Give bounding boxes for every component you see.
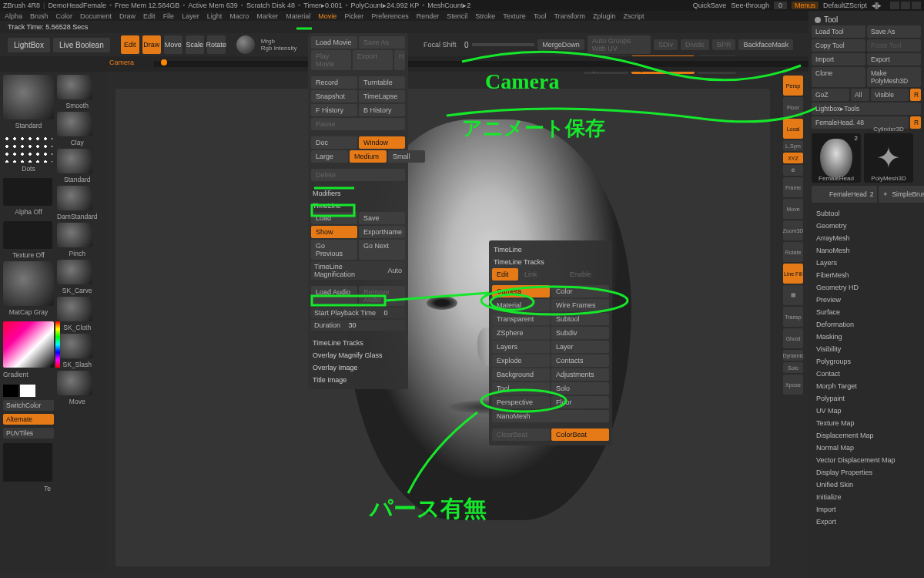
tool-section-preview[interactable]: Preview (812, 294, 921, 306)
track-tool-button[interactable]: Tool (492, 382, 550, 395)
draw-button[interactable]: Draw (142, 35, 161, 54)
menu-brush[interactable]: Brush (30, 12, 49, 20)
clearbeat-button[interactable]: ClearBeat (492, 428, 550, 441)
hue-slider[interactable] (55, 321, 60, 368)
mrgb-label[interactable]: Mrgb (261, 38, 297, 45)
liveboolean-button[interactable]: Live Boolean (53, 38, 110, 52)
menu-transform[interactable]: Transform (554, 12, 585, 20)
tracks-link-button[interactable]: Link (520, 268, 564, 281)
scale-button[interactable]: Scale (186, 35, 204, 54)
backfacemask-button[interactable]: BackfaceMask (738, 39, 793, 50)
modifiers-header[interactable]: Modifiers (311, 187, 405, 200)
alternate-button[interactable]: Alternate (3, 414, 54, 425)
overlaymag-header[interactable]: Overlay Magnify Glass (311, 349, 405, 361)
defaultzscript-button[interactable]: DefaultZScript (823, 2, 867, 9)
autogroups-button[interactable]: Auto Groups With UV (588, 35, 651, 54)
tool-section-unified-skin[interactable]: Unified Skin (812, 479, 921, 491)
tool-section-nanomesh[interactable]: NanoMesh (812, 244, 921, 257)
loadmovie-button[interactable]: Load Movie (311, 36, 357, 49)
snapshot-button[interactable]: Snapshot (311, 90, 357, 102)
tracks-enable-button[interactable]: Enable (565, 268, 609, 281)
menu-alpha[interactable]: Alpha (5, 12, 22, 20)
timeline-header[interactable]: TimeLine (311, 200, 405, 212)
pastetool-button[interactable]: Paste Tool (867, 39, 921, 52)
color-picker[interactable] (3, 321, 54, 368)
menu-draw[interactable]: Draw (119, 12, 136, 20)
floor-button[interactable]: Floor (783, 97, 803, 117)
tool-section-display-properties[interactable]: Display Properties (812, 466, 921, 479)
tool-section-surface[interactable]: Surface (812, 306, 921, 318)
large-button[interactable]: Large (311, 150, 348, 163)
loadtool-button[interactable]: Load Tool (812, 25, 865, 38)
tracks-edit-button[interactable]: Edit (492, 268, 518, 281)
texture-slot[interactable] (3, 443, 52, 482)
tool-thumb-simplebrush[interactable]: ✦SimpleBrush (879, 186, 924, 203)
record-button[interactable]: Record (311, 76, 357, 89)
tool-section-geometry[interactable]: Geometry (812, 220, 921, 232)
tool-section-uv-map[interactable]: UV Map (812, 405, 921, 417)
clone-button[interactable]: Clone (812, 67, 865, 87)
tool-section-import[interactable]: Import (812, 503, 921, 516)
lightbox-button[interactable]: LightBox (8, 38, 50, 52)
load-timeline-button[interactable]: Load (311, 212, 357, 224)
matcap-thumb[interactable] (3, 261, 54, 306)
tool-thumb-polymesh[interactable]: ✦PolyMesh3D Cylinder3D (864, 133, 913, 183)
menu-edit[interactable]: Edit (143, 12, 156, 20)
material-sphere[interactable] (236, 35, 255, 54)
tool-section-masking[interactable]: Masking (812, 331, 921, 343)
medium-button[interactable]: Medium (350, 150, 387, 163)
tool-section-polygroups[interactable]: Polygroups (812, 355, 921, 368)
brush-clay-thumb[interactable] (57, 112, 92, 136)
track-color-button[interactable]: Color (551, 285, 609, 297)
tool-section-subtool[interactable]: Subtool (812, 207, 921, 220)
tool-import-button[interactable]: Import (812, 53, 865, 66)
export-movie-button[interactable]: Export (353, 50, 393, 70)
overlayimg-header[interactable]: Overlay Image (311, 361, 405, 374)
puvtiles-button[interactable]: PUVTiles (3, 428, 54, 439)
ghost-button[interactable]: Ghost (783, 328, 803, 348)
close-icon[interactable] (912, 2, 921, 9)
track-transparent-button[interactable]: Transparent (492, 313, 550, 325)
lightbox-tools-button[interactable]: Lightbox▸Tools (812, 102, 921, 115)
rotate-button[interactable]: Rotate (207, 35, 226, 54)
brush-skcarve-thumb[interactable] (57, 260, 92, 284)
tool-section-displacement-map[interactable]: Displacement Map (812, 429, 921, 442)
track-explode-button[interactable]: Explode (492, 355, 550, 367)
menu-layer[interactable]: Layer (182, 12, 199, 20)
seethrough-label[interactable]: See-through (731, 2, 769, 9)
edit-button[interactable]: Edit (121, 35, 139, 54)
tool-thumb-femalehead[interactable]: 2 FemaleHead (812, 133, 861, 183)
sdiv-label[interactable]: SDiv (654, 39, 678, 50)
goprev-button[interactable]: Go Previous (311, 240, 357, 260)
swatch-white[interactable] (20, 385, 35, 397)
timelinetracks-header[interactable]: TimeLine Tracks (311, 337, 405, 349)
loadaudio-button[interactable]: Load Audio (311, 286, 357, 306)
titleimg-header[interactable]: Title Image (311, 374, 405, 386)
brush-move-thumb[interactable] (57, 371, 92, 395)
track-subtool-button[interactable]: Subtool (551, 313, 609, 325)
track-solo-button[interactable]: Solo (551, 382, 609, 395)
menu-stencil[interactable]: Stencil (447, 12, 467, 20)
transp-button[interactable]: Transp (783, 307, 803, 327)
move-button[interactable]: Move (164, 35, 182, 54)
timeline-track[interactable] (154, 61, 816, 67)
menu-render[interactable]: Render (417, 12, 440, 20)
rgbintensity-label[interactable]: Rgb Intensity (261, 45, 297, 52)
track-camera-button[interactable]: Camera (492, 285, 550, 297)
timeline-marker[interactable] (161, 59, 167, 66)
menu-marker[interactable]: Marker (256, 12, 278, 20)
colorbeat-button[interactable]: ColorBeat (551, 428, 609, 441)
track-perspective-button[interactable]: Perspective (492, 396, 550, 408)
tool-section-export[interactable]: Export (812, 516, 921, 528)
window-button[interactable]: Window (359, 136, 405, 149)
mergedown-button[interactable]: MergeDown (537, 39, 584, 50)
tool-export-button[interactable]: Export (867, 53, 921, 66)
removeaudio-button[interactable]: Remove Audio (359, 286, 405, 306)
goz-button[interactable]: GoZ (812, 89, 849, 101)
tool-saveas-button[interactable]: Save As (867, 25, 921, 38)
brush-standard-thumb[interactable] (3, 75, 54, 119)
menu-file[interactable]: File (163, 12, 175, 20)
menu-zscript[interactable]: Zscript (624, 12, 644, 20)
tool-section-vector-displacement-map[interactable]: Vector Displacement Map (812, 454, 921, 466)
local-button[interactable]: Local (783, 119, 803, 139)
